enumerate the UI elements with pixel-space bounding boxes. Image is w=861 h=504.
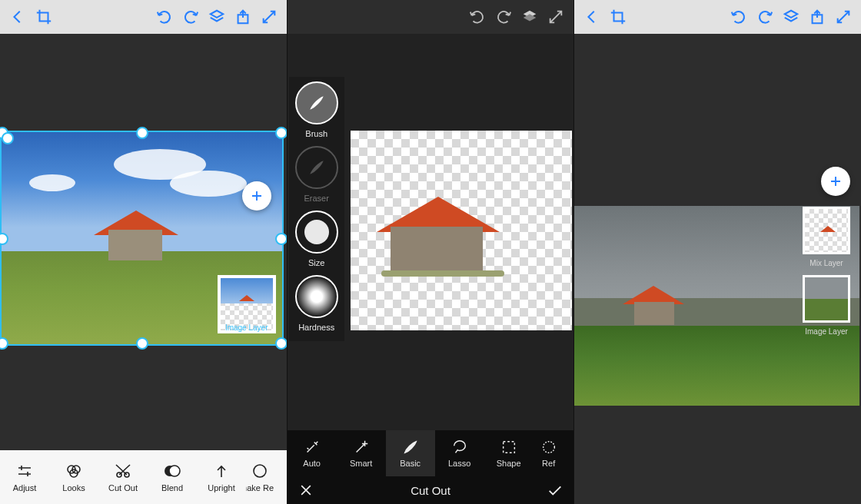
resize-handle-bm[interactable] (136, 337, 148, 350)
toolbar-top (0, 0, 287, 34)
tab-smart[interactable]: Smart (337, 430, 386, 476)
back-button[interactable] (5, 0, 31, 34)
panel-1-edit: Image Layer Adjust Looks Cut Out Blend U… (0, 0, 287, 504)
tool-eraser[interactable] (295, 146, 338, 189)
svg-rect-12 (503, 442, 514, 453)
tool-cutout[interactable]: Cut Out (98, 462, 148, 492)
svg-point-8 (169, 466, 180, 476)
transparency-canvas[interactable] (351, 131, 573, 330)
resize-handle-tr[interactable] (275, 127, 287, 139)
back-button[interactable] (579, 0, 605, 34)
resize-handle-mr[interactable] (275, 233, 287, 245)
expand-button[interactable] (830, 0, 856, 34)
cancel-button[interactable] (288, 482, 324, 498)
undo-button[interactable] (726, 0, 752, 34)
layer-thumbnail[interactable]: Image Layer (218, 275, 276, 333)
undo-button[interactable] (151, 0, 178, 34)
layers-button[interactable] (778, 0, 804, 34)
redo-button[interactable] (178, 0, 204, 34)
layer-thumb-mix[interactable] (803, 207, 850, 254)
canvas-area[interactable]: Mix Layer Image Layer (574, 34, 861, 504)
expand-button[interactable] (543, 0, 569, 34)
tool-adjust[interactable]: Adjust (0, 462, 49, 492)
layer-label-image: Image Layer (805, 327, 848, 336)
panel-3-layers: Mix Layer Image Layer (573, 0, 861, 504)
mode-title: Cut Out (324, 484, 537, 497)
layers-button[interactable] (204, 0, 230, 34)
selection-bounding-box[interactable]: Image Layer (0, 131, 284, 346)
tool-size[interactable] (295, 211, 338, 254)
svg-point-9 (254, 465, 266, 477)
svg-marker-14 (785, 11, 798, 18)
canvas-area[interactable]: Brush Eraser Size Hardness (288, 34, 574, 430)
resize-handle-bl[interactable] (0, 337, 8, 350)
tool-shake-reduce[interactable]: Shake Redu (246, 462, 274, 492)
svg-point-13 (543, 442, 554, 453)
side-tool-panel: Brush Eraser Size Hardness (289, 77, 344, 341)
layer-thumbnail-label: Image Layer (221, 323, 273, 332)
layer-stack: Mix Layer Image Layer (803, 207, 850, 336)
layer-thumb-image[interactable] (803, 275, 850, 323)
bottom-toolbar: Adjust Looks Cut Out Blend Upright Shake… (0, 450, 287, 504)
resize-handle-br[interactable] (275, 337, 287, 350)
add-layer-button[interactable] (821, 167, 850, 196)
tool-upright[interactable]: Upright (197, 462, 246, 492)
panel-2-cutout: Brush Eraser Size Hardness Auto Smart Ba… (287, 0, 574, 504)
redo-button[interactable] (490, 0, 517, 34)
tool-blend[interactable]: Blend (148, 462, 197, 492)
toolbar-top (288, 0, 574, 34)
expand-button[interactable] (256, 0, 282, 34)
tool-hardness[interactable] (295, 275, 338, 318)
crop-button[interactable] (31, 0, 57, 34)
crop-button[interactable] (605, 0, 631, 34)
svg-marker-11 (524, 14, 537, 21)
redo-button[interactable] (752, 0, 778, 34)
plus-icon (829, 174, 843, 188)
confirm-button[interactable] (537, 482, 573, 499)
action-bar: Cut Out (288, 476, 574, 504)
tab-lasso[interactable]: Lasso (435, 430, 484, 476)
plus-icon (250, 189, 264, 203)
canvas-area[interactable]: Image Layer (0, 34, 287, 450)
tool-looks[interactable]: Looks (49, 462, 98, 492)
toolbar-top (574, 0, 861, 34)
tab-shape[interactable]: Shape (484, 430, 534, 476)
resize-handle-tl[interactable] (0, 127, 8, 139)
bottom-panel: Auto Smart Basic Lasso Shape Ref Cut Out (288, 430, 574, 504)
undo-button[interactable] (464, 0, 490, 34)
tool-brush[interactable] (295, 81, 338, 124)
tab-refine[interactable]: Ref (534, 430, 564, 476)
share-button[interactable] (804, 0, 830, 34)
share-button[interactable] (230, 0, 256, 34)
cutout-tabs: Auto Smart Basic Lasso Shape Ref (288, 430, 574, 476)
tab-auto[interactable]: Auto (288, 430, 337, 476)
layers-button[interactable] (517, 0, 543, 34)
add-layer-button[interactable] (242, 181, 271, 211)
svg-marker-0 (210, 11, 223, 18)
tab-basic[interactable]: Basic (386, 430, 435, 476)
layer-label-mix: Mix Layer (809, 259, 843, 267)
